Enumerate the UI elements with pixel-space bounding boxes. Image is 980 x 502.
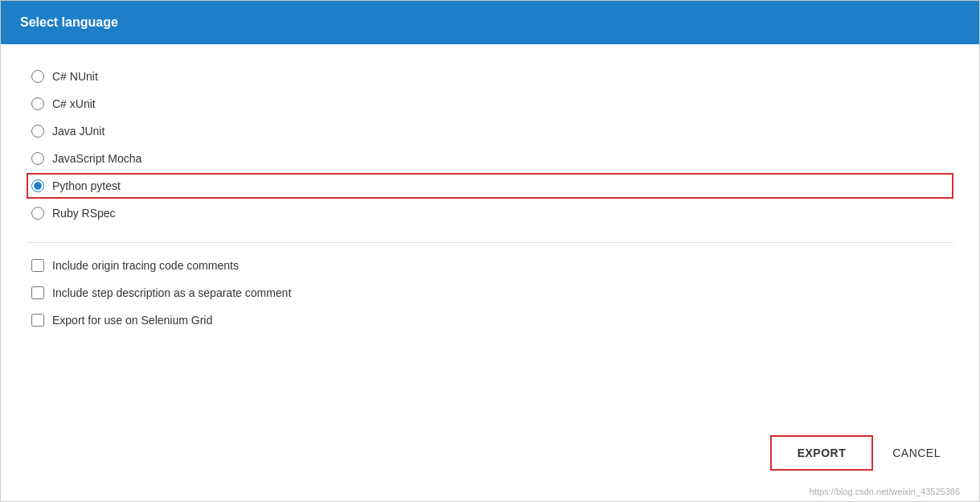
radio-label-ruby-rspec: Ruby RSpec	[52, 207, 116, 220]
dialog-footer: EXPORT CANCEL	[1, 426, 979, 487]
radio-item-csharp-nunit[interactable]: C# NUnit	[27, 64, 953, 89]
radio-java-junit[interactable]	[31, 125, 44, 138]
radio-item-csharp-xunit[interactable]: C# xUnit	[27, 91, 953, 117]
radio-python-pytest[interactable]	[31, 179, 44, 192]
checkbox-include-tracing[interactable]	[31, 259, 44, 272]
radio-label-python-pytest: Python pytest	[52, 179, 121, 192]
radio-csharp-nunit[interactable]	[31, 70, 44, 83]
radio-javascript-mocha[interactable]	[31, 152, 44, 165]
radio-ruby-rspec[interactable]	[31, 207, 44, 220]
radio-item-python-pytest[interactable]: Python pytest	[27, 173, 953, 199]
export-button[interactable]: EXPORT	[770, 435, 874, 471]
checkbox-export-selenium-grid[interactable]	[31, 314, 44, 327]
checkbox-label-include-tracing: Include origin tracing code comments	[52, 259, 239, 272]
checkbox-label-include-step-desc: Include step description as a separate c…	[52, 286, 291, 299]
radio-item-java-junit[interactable]: Java JUnit	[27, 118, 953, 144]
divider	[27, 242, 953, 243]
checkbox-item-export-selenium-grid[interactable]: Export for use on Selenium Grid	[27, 307, 953, 333]
radio-item-javascript-mocha[interactable]: JavaScript Mocha	[27, 146, 953, 171]
radio-label-java-junit: Java JUnit	[52, 125, 105, 138]
radio-label-csharp-nunit: C# NUnit	[52, 70, 98, 83]
radio-label-csharp-xunit: C# xUnit	[52, 97, 96, 110]
dialog-title: Select language	[20, 15, 118, 29]
radio-label-javascript-mocha: JavaScript Mocha	[52, 152, 141, 165]
radio-item-ruby-rspec[interactable]: Ruby RSpec	[27, 200, 953, 226]
watermark: https://blog.csdn.net/weixin_43525386	[1, 487, 979, 501]
checkbox-group: Include origin tracing code comments Inc…	[27, 253, 953, 333]
dialog-body: C# NUnit C# xUnit Java JUnit JavaScript …	[1, 44, 979, 426]
checkbox-include-step-desc[interactable]	[31, 286, 44, 299]
checkbox-item-include-tracing[interactable]: Include origin tracing code comments	[27, 253, 953, 278]
language-radio-group: C# NUnit C# xUnit Java JUnit JavaScript …	[27, 64, 953, 226]
checkbox-label-export-selenium-grid: Export for use on Selenium Grid	[52, 314, 212, 327]
dialog-header: Select language	[1, 1, 979, 44]
cancel-button[interactable]: CANCEL	[873, 437, 960, 469]
checkbox-item-include-step-desc[interactable]: Include step description as a separate c…	[27, 280, 953, 306]
radio-csharp-xunit[interactable]	[31, 97, 44, 110]
dialog: Select language C# NUnit C# xUnit Java J…	[0, 0, 980, 502]
